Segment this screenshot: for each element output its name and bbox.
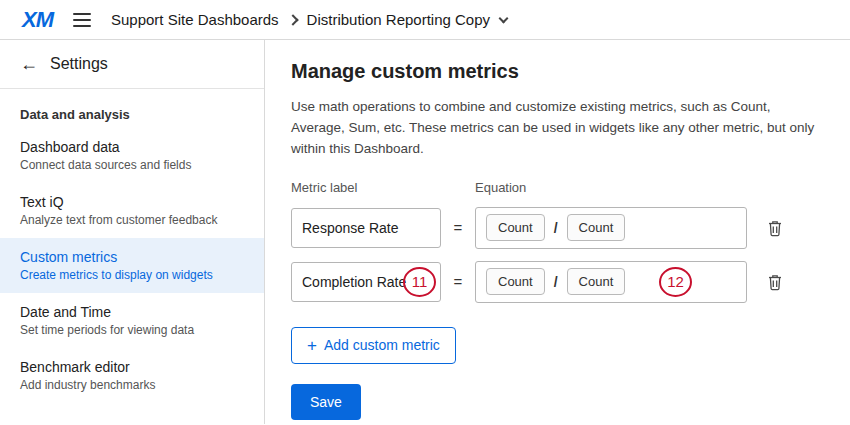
- custom-metric-row: = Count / Count: [291, 207, 824, 249]
- callout-11: 11: [403, 267, 436, 297]
- metric-chip-count[interactable]: Count: [486, 214, 545, 241]
- back-arrow-icon: ←: [20, 55, 38, 73]
- page-description: Use math operations to combine and custo…: [291, 97, 824, 160]
- add-custom-metric-button[interactable]: + Add custom metric: [291, 327, 456, 364]
- plus-icon: +: [307, 337, 317, 354]
- sidebar-item-custom-metrics[interactable]: Custom metrics Create metrics to display…: [0, 238, 264, 293]
- sidebar-item-label: Benchmark editor: [20, 359, 244, 375]
- trash-icon: [767, 219, 783, 237]
- settings-label: Settings: [50, 55, 108, 73]
- chevron-down-icon[interactable]: [499, 13, 509, 23]
- metric-label-input[interactable]: [291, 208, 441, 248]
- chevron-right-icon: [287, 14, 298, 25]
- sidebar-item-benchmark-editor[interactable]: Benchmark editor Add industry benchmarks: [0, 348, 264, 403]
- main-content: Manage custom metrics Use math operation…: [265, 40, 850, 424]
- delete-metric-button[interactable]: [767, 219, 783, 237]
- breadcrumb: Support Site Dashboards Distribution Rep…: [111, 11, 507, 28]
- column-header-equation: Equation: [475, 180, 526, 195]
- metric-chip-count[interactable]: Count: [567, 214, 626, 241]
- sidebar-item-description: Connect data sources and fields: [20, 158, 244, 172]
- top-navigation-bar: XM Support Site Dashboards Distribution …: [0, 0, 850, 40]
- section-header-data-and-analysis: Data and analysis: [0, 89, 264, 128]
- custom-metric-row: 11 = Count / Count 12: [291, 261, 824, 303]
- sidebar-item-description: Analyze text from customer feedback: [20, 213, 244, 227]
- sidebar-item-description: Create metrics to display on widgets: [20, 268, 244, 282]
- xm-logo[interactable]: XM: [22, 7, 53, 33]
- division-operator: /: [554, 220, 558, 236]
- sidebar-item-text-iq[interactable]: Text iQ Analyze text from customer feedb…: [0, 183, 264, 238]
- delete-metric-button[interactable]: [767, 273, 783, 291]
- callout-12: 12: [659, 267, 692, 297]
- metric-chip-count[interactable]: Count: [567, 268, 626, 295]
- equals-sign: =: [453, 219, 463, 236]
- sidebar-item-description: Add industry benchmarks: [20, 378, 244, 392]
- column-headers: Metric label Equation: [291, 180, 824, 195]
- sidebar-item-description: Set time periods for viewing data: [20, 323, 244, 337]
- breadcrumb-dashboards[interactable]: Support Site Dashboards: [111, 11, 279, 28]
- breadcrumb-current-dashboard[interactable]: Distribution Reporting Copy: [307, 11, 490, 28]
- hamburger-menu-icon[interactable]: [73, 13, 91, 27]
- page-title: Manage custom metrics: [291, 60, 824, 83]
- sidebar-item-date-and-time[interactable]: Date and Time Set time periods for viewi…: [0, 293, 264, 348]
- sidebar-item-label: Dashboard data: [20, 139, 244, 155]
- settings-back-button[interactable]: ← Settings: [0, 40, 264, 89]
- metric-chip-count[interactable]: Count: [486, 268, 545, 295]
- equals-sign: =: [453, 273, 463, 290]
- trash-icon: [767, 273, 783, 291]
- sidebar-item-label: Custom metrics: [20, 249, 244, 265]
- column-header-metric-label: Metric label: [291, 180, 475, 195]
- settings-sidebar: ← Settings Data and analysis Dashboard d…: [0, 40, 265, 424]
- sidebar-item-dashboard-data[interactable]: Dashboard data Connect data sources and …: [0, 128, 264, 183]
- save-button[interactable]: Save: [291, 384, 361, 420]
- division-operator: /: [554, 274, 558, 290]
- add-custom-metric-label: Add custom metric: [324, 337, 440, 353]
- equation-field[interactable]: Count / Count: [475, 207, 747, 249]
- sidebar-item-label: Text iQ: [20, 194, 244, 210]
- equation-field[interactable]: Count / Count 12: [475, 261, 747, 303]
- sidebar-item-label: Date and Time: [20, 304, 244, 320]
